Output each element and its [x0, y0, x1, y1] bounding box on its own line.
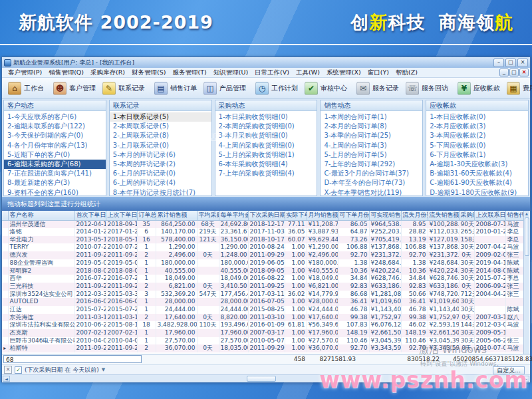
menu-item[interactable]: 帮助(Z)	[392, 68, 421, 77]
column-header[interactable]: 流失月份数	[401, 211, 428, 220]
audit-button[interactable]: ✔审核中心	[301, 80, 350, 96]
order-button[interactable]: ▤销售订单	[151, 80, 200, 96]
column-header[interactable]: 可实现销售额	[369, 211, 401, 220]
column-header[interactable]: 销售代表	[505, 211, 524, 220]
panel-link[interactable]: B-逾期31-60天应收帐款(4)	[426, 169, 528, 178]
panel-link[interactable]: 6-上周的拜访记录(4)	[110, 178, 211, 188]
table-row[interactable]: AUTOLED2016-06-052016-06-05128,000.0028,…	[2, 298, 524, 306]
panel-link[interactable]: C-最近3个月的合同订单(37)	[321, 169, 422, 178]
column-header[interactable]: 上次下单日期	[106, 211, 137, 220]
table-row[interactable]: 华北电力2013-05-122018-05-1216578,400.00121天…	[2, 236, 524, 244]
menu-item[interactable]: 采购库存(R)	[87, 68, 128, 77]
panel-link[interactable]: 8-本年拜访记录按月统计(7)	[110, 188, 211, 196]
service-button[interactable]: ✉服务记录	[353, 80, 402, 96]
column-header[interactable]: 平均采购周期	[197, 211, 219, 220]
panel-link[interactable]: 8-最近新建的客户(3)	[4, 178, 106, 188]
panel-link[interactable]: 2-上周联系记录(8)	[110, 131, 211, 140]
panel-link[interactable]: 5-上月的合同订单(5)	[321, 150, 422, 160]
close-button[interactable]: ×	[517, 59, 528, 67]
column-header[interactable]: 每单平均金额	[219, 211, 248, 220]
horizontal-scrollbar-thumb[interactable]	[247, 376, 276, 382]
vertical-scrollbar-thumb[interactable]	[525, 217, 529, 256]
contact-button[interactable]: ✎联系记录	[99, 80, 148, 96]
panel-link[interactable]: 6-本年采购收货明细(4)	[215, 160, 317, 169]
menu-item[interactable]: 窗口(Y)	[364, 68, 392, 77]
panel-link[interactable]: 5-近期下单的客户(0)	[4, 150, 106, 160]
workbench-button[interactable]: ⌂工作台	[5, 80, 47, 96]
panel-link[interactable]: 9-资料不全的客户(160)	[4, 188, 106, 196]
filter-dropdown-icon[interactable]: ▼	[102, 367, 105, 372]
table-row[interactable]: 深圳市3524达实业公司2012-03-302015-03-303532,369…	[2, 291, 524, 299]
panel-link[interactable]: 5-上月的采购收货明细(1)	[215, 150, 317, 160]
column-header[interactable]: 采购周期	[459, 211, 474, 220]
scroll-left-icon[interactable]: ◄	[3, 376, 10, 382]
panel-link[interactable]: 4-各个月份年审的客户(13)	[4, 141, 106, 150]
panel-link[interactable]: 7-上年的合同订单(292)	[321, 160, 422, 169]
panel-link[interactable]: 1-本日应收帐款(0)	[426, 112, 528, 122]
maximize-button[interactable]: □	[505, 59, 516, 67]
panel-link[interactable]: 7-上年的采购收货明细(4)	[215, 169, 317, 178]
table-row[interactable]: 杰克斯2007-02-152007-02-15117,960.0017,960.…	[2, 329, 524, 337]
column-header[interactable]: 首次下单日期	[74, 211, 106, 220]
panel-link[interactable]: 2-逾期未联系的客户(122)	[4, 122, 106, 131]
panel-link[interactable]: D-本年至今的合同订单(73)	[321, 178, 422, 188]
table-row[interactable]: 88企业管理咨询2019-05-062019-05-061180,000.001…	[2, 259, 524, 267]
panel-link[interactable]: 2-本月的合同订单(8)	[321, 122, 422, 131]
panel-link[interactable]: 6-逾期未采购的客户(68)	[4, 160, 106, 169]
panel-link[interactable]: D-逾期91-180天应收帐款(9)	[426, 188, 528, 196]
panel-link[interactable]: 2-本周的采购收货明细(0)	[215, 122, 317, 131]
column-header[interactable]: 流失销售额	[428, 211, 459, 220]
expense-button[interactable]: ▦费用管理	[503, 80, 532, 96]
column-header[interactable]: 月均销售额	[307, 211, 338, 220]
panel-link[interactable]: C-逾期61-90天应收帐款(4)	[426, 178, 528, 188]
column-header[interactable]: 实际下单月数	[285, 211, 307, 220]
menu-item[interactable]: 工具(W)	[293, 68, 323, 77]
visit-button[interactable]: ☏服务回访	[402, 80, 452, 96]
table-row[interactable]: 郑明辉22018-08-062018-08-06140,555.0040,555…	[2, 267, 524, 275]
table-row[interactable]: 三光科技2011-09-252011-09-2526,821.000天3,410…	[2, 283, 524, 291]
mdi-maximize-button[interactable]: □	[509, 68, 519, 76]
menu-item[interactable]: 财务管理(S)	[128, 68, 169, 77]
receivable-button[interactable]: ¥应收帐款	[454, 80, 503, 96]
panel-link[interactable]: 3-上月联系记录(0)	[110, 141, 211, 150]
panel-link[interactable]: 6-下月应收帐款(1)	[426, 150, 528, 160]
mdi-close-button[interactable]: ×	[519, 68, 529, 76]
panel-link[interactable]: 7-正在跟进的意向客户(141)	[4, 169, 106, 178]
table-row[interactable]: TERRY2010-07-252010-07-2511,290.001,290.…	[2, 243, 524, 251]
minimize-button[interactable]: –	[493, 59, 504, 67]
menu-item[interactable]: 服务管理(T)	[170, 68, 210, 77]
menu-item[interactable]: 销售管理(Q)	[45, 68, 87, 77]
panel-link[interactable]: 3-本季的合同订单(25)	[321, 131, 422, 140]
panel-link[interactable]: A-逾期1-30天应收帐款(3)	[426, 160, 528, 169]
panel-link[interactable]: 1-今天应联系的客户(6)	[4, 112, 106, 122]
menu-item[interactable]: 知识管理(U)	[210, 68, 251, 77]
table-row[interactable]: 东莞海连2011-03-102011-03-10217,640.000天8,82…	[2, 314, 524, 322]
panel-link[interactable]: 1-本日采购收货明细(0)	[215, 112, 317, 122]
vertical-scrollbar[interactable]: ▲	[523, 211, 529, 354]
panel-link[interactable]: 3-本周应收帐款(2)	[426, 131, 528, 140]
panel-link[interactable]: 3-今天保护到期的客户(0)	[4, 131, 106, 140]
record-count-box[interactable]: 68	[3, 355, 142, 363]
table-row[interactable]: 德兴发2011-09-292011-09-2922,496.000天1,248.…	[2, 251, 524, 259]
column-header[interactable]: 客户名称	[8, 211, 74, 220]
title-bar[interactable]: 新航企业管理系统[用户: 李总] - [我的工作台] –□×	[2, 57, 530, 68]
column-header[interactable]: 可下单月份数	[338, 211, 369, 220]
mdi-minimize-button[interactable]: _	[499, 68, 509, 76]
plan-button[interactable]: ◷工作计划	[252, 80, 301, 96]
column-header[interactable]: 订单总数	[137, 211, 156, 220]
panel-link[interactable]: 5-下周应收帐款(0)	[426, 141, 528, 150]
panel-link[interactable]: 5-本月的拜访记录(6)	[110, 150, 211, 160]
panel-link[interactable]: X-去年本季销售对比(119)	[321, 188, 422, 196]
filter-close-button[interactable]: ×	[4, 366, 12, 374]
panel-link[interactable]: 4-上周的合同订单(3)	[321, 141, 422, 150]
column-header[interactable]: 下次采购日期	[248, 211, 285, 220]
table-row[interactable]: 洛铭2014-01-222017-01-226140,170.00219天23,…	[2, 228, 524, 236]
menu-item[interactable]: 系统管理(X)	[323, 68, 364, 77]
column-header[interactable]: 上次联系日期	[474, 211, 505, 220]
group-by-bar[interactable]: 拖动标题列到这里进行分组统计	[2, 197, 530, 211]
product-button[interactable]: ◫产品管理	[200, 80, 249, 96]
panel-link[interactable]: 2-本周联系记录(5)	[110, 122, 211, 131]
table-row[interactable]: 江达2015-07-262015-07-26124,444.0024,444.0…	[2, 306, 524, 314]
table-row[interactable]: 深圳市法拉利实业有限公司2010-06-262015-08-18183,482,…	[2, 321, 524, 329]
menu-item[interactable]: 日常工作(V)	[251, 68, 293, 77]
